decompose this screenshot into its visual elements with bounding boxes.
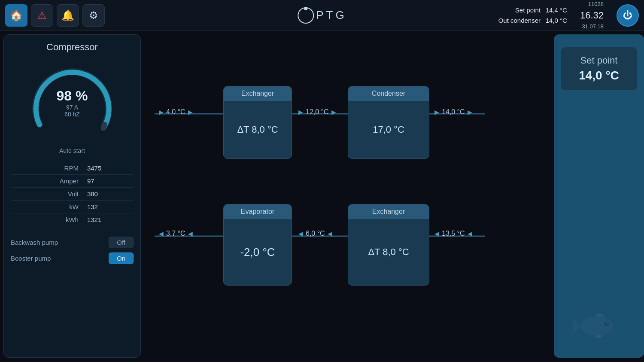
stat-label: RPM: [11, 162, 85, 175]
home-icon: 🏠: [10, 9, 23, 21]
gear-icon: ⚙: [89, 9, 98, 21]
condenser-value: 17,0 °C: [373, 101, 404, 158]
stat-label: kWh: [11, 213, 85, 226]
gear-button[interactable]: ⚙: [82, 4, 105, 27]
gauge-percent: 98 %: [57, 88, 88, 104]
backwash-pump-label: Backwash pump: [11, 239, 109, 246]
exchanger-top-value: ΔT 8,0 °C: [237, 101, 278, 158]
outlet-temp-top: 14,0 °C: [434, 108, 472, 116]
stat-label: kW: [11, 201, 85, 213]
stats-row: kW132: [11, 201, 134, 213]
backwash-pump-row: Backwash pump Off: [11, 237, 134, 248]
booster-pump-row: Booster pump On: [11, 252, 134, 264]
top-numbers: 11028 16.32 31.07.18: [580, 0, 604, 31]
svg-point-12: [606, 322, 608, 324]
svg-marker-10: [573, 317, 580, 335]
stat-label: Volt: [11, 188, 85, 201]
fish-icon: [573, 309, 625, 345]
mid-temp-bottom: 6,0 °C: [298, 230, 332, 237]
power-icon: ⏻: [623, 10, 632, 21]
set-point-row: Set point 14,4 °C: [498, 5, 567, 15]
time-value: 16.32: [580, 8, 604, 22]
power-button[interactable]: ⏻: [617, 4, 639, 27]
ptg-logo: PTG: [297, 5, 346, 26]
condenser-title: Condenser: [348, 86, 429, 101]
set-point-value: 14,4 °C: [546, 6, 567, 14]
booster-pump-badge[interactable]: On: [109, 252, 134, 264]
inlet-temp-bottom: 3,7 °C: [159, 230, 193, 237]
setpoint-box[interactable]: Set point 14,0 °C: [561, 47, 637, 90]
outlet-temp-top-value: 14,0 °C: [442, 108, 465, 116]
gauge-center: 98 % 97 A 60 hZ: [57, 88, 88, 118]
stat-value: 132: [85, 201, 134, 213]
backwash-pump-badge[interactable]: Off: [109, 237, 134, 248]
svg-point-9: [580, 316, 613, 335]
setpoint-title: Set point: [571, 55, 627, 66]
top-right-area: Set point 14,4 °C Out condenser 14,0 °C …: [498, 0, 639, 31]
top-navigation-bar: 🏠 ⚠ 🔔 ⚙ PTG Set point 14,4 °C Out conden…: [0, 0, 644, 31]
gauge-hz: 60 hZ: [57, 111, 88, 118]
right-setpoint-panel: Set point 14,0 °C: [554, 34, 644, 358]
evaporator-title: Evaporator: [224, 204, 292, 219]
temperature-metrics: Set point 14,4 °C Out condenser 14,0 °C: [498, 5, 567, 26]
mid-temp-top-value: 12,0 °C: [306, 108, 329, 116]
auto-start-label: Auto start: [11, 147, 134, 154]
outlet-temp-bottom: 13,5 °C: [434, 230, 472, 237]
outlet-temp-bottom-value: 13,5 °C: [442, 230, 465, 237]
alert-icon: ⚠: [37, 9, 47, 21]
compressor-gauge: 98 % 97 A 60 hZ: [29, 58, 115, 144]
out-condenser-label: Out condenser: [498, 17, 541, 24]
evaporator-value: -2,0 °C: [240, 219, 275, 285]
stat-value: 3475: [85, 162, 134, 175]
logo-text: PTG: [316, 9, 346, 22]
booster-pump-label: Booster pump: [11, 255, 109, 262]
stats-row: Volt380: [11, 188, 134, 201]
out-condenser-row: Out condenser 14,0 °C: [498, 15, 567, 26]
alert-button[interactable]: ⚠: [31, 4, 53, 27]
counter-value: 11028: [580, 0, 604, 8]
stats-table: RPM3475Amper97Volt380kW132kWh1321: [11, 162, 134, 226]
exchanger-top-title: Exchanger: [224, 86, 292, 101]
exchanger-bottom-value: ΔT 8,0 °C: [368, 219, 409, 285]
exchanger-top-box[interactable]: Exchanger ΔT 8,0 °C: [223, 86, 292, 159]
mid-temp-bottom-value: 6,0 °C: [306, 230, 325, 237]
gauge-amp: 97 A: [57, 104, 88, 111]
inlet-temp-top: 4,0 °C: [159, 108, 193, 116]
compressor-panel: Compressor 98 % 97 A 60 hZ Auto start: [3, 34, 141, 358]
exchanger-bottom-title: Exchanger: [348, 204, 429, 219]
stat-value: 380: [85, 188, 134, 201]
svg-point-1: [304, 7, 307, 10]
exchanger-bottom-box[interactable]: Exchanger ΔT 8,0 °C: [348, 204, 429, 286]
set-point-label: Set point: [515, 6, 541, 14]
bell-icon: 🔔: [61, 9, 74, 21]
stat-value: 97: [85, 175, 134, 188]
condenser-box[interactable]: Condenser 17,0 °C: [348, 86, 429, 159]
date-value: 31.07.18: [580, 22, 604, 31]
evaporator-box[interactable]: Evaporator -2,0 °C: [223, 204, 292, 286]
compressor-title: Compressor: [11, 42, 134, 53]
mid-temp-top: 12,0 °C: [298, 108, 336, 116]
stats-row: kWh1321: [11, 213, 134, 226]
out-condenser-value: 14,0 °C: [546, 17, 567, 24]
stat-label: Amper: [11, 175, 85, 188]
home-button[interactable]: 🏠: [5, 4, 27, 27]
inlet-temp-bottom-value: 3,7 °C: [166, 230, 185, 237]
setpoint-value: 14,0 °C: [571, 69, 627, 82]
stats-row: RPM3475: [11, 162, 134, 175]
bell-button[interactable]: 🔔: [57, 4, 79, 27]
main-diagram: Exchanger ΔT 8,0 °C Condenser 17,0 °C 4,…: [146, 34, 644, 358]
inlet-temp-top-value: 4,0 °C: [166, 108, 185, 116]
stat-value: 1321: [85, 213, 134, 226]
stats-row: Amper97: [11, 175, 134, 188]
